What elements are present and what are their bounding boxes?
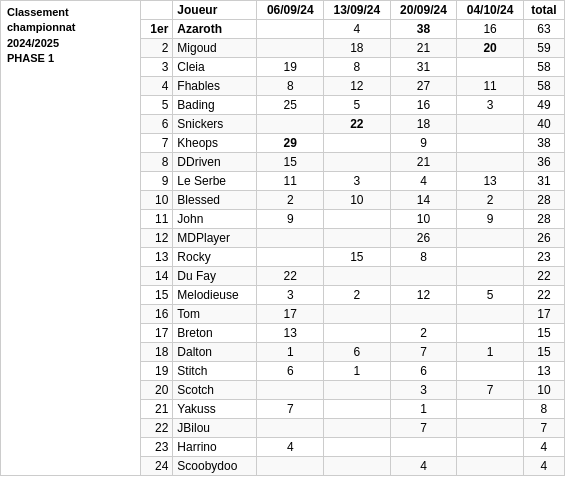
cell-joueur: Fhables [173,77,257,96]
cell-rank: 3 [141,58,173,77]
table-row: 6Snickers221840 [141,115,565,134]
cell-d1 [257,457,324,476]
cell-d2 [324,153,391,172]
cell-d4 [457,153,524,172]
cell-d3: 26 [390,229,457,248]
cell-d4 [457,419,524,438]
cell-d3: 14 [390,191,457,210]
cell-d2: 5 [324,96,391,115]
cell-rank: 1er [141,20,173,39]
table-row: 11John910928 [141,210,565,229]
cell-total: 10 [523,381,564,400]
cell-rank: 23 [141,438,173,457]
table-row: 3Cleia1983158 [141,58,565,77]
cell-d4: 16 [457,20,524,39]
cell-d3: 38 [390,20,457,39]
table-row: 20Scotch3710 [141,381,565,400]
cell-rank: 8 [141,153,173,172]
title-line2: championnat [7,21,75,33]
cell-d1: 29 [257,134,324,153]
cell-joueur: Melodieuse [173,286,257,305]
cell-d2 [324,267,391,286]
cell-joueur: Bading [173,96,257,115]
table-row: 9Le Serbe11341331 [141,172,565,191]
table-row: 19Stitch61613 [141,362,565,381]
cell-rank: 7 [141,134,173,153]
cell-d2: 15 [324,248,391,267]
cell-joueur: Scoobydoo [173,457,257,476]
cell-d2: 3 [324,172,391,191]
cell-total: 26 [523,229,564,248]
cell-d3 [390,438,457,457]
cell-total: 31 [523,172,564,191]
title-line1: Classement [7,6,69,18]
main-container: Classement championnat 2024/2025 PHASE 1… [0,0,565,476]
cell-d1: 3 [257,286,324,305]
standings-table: Joueur 06/09/24 13/09/24 20/09/24 04/10/… [140,0,565,476]
cell-d2 [324,229,391,248]
cell-joueur: Scotch [173,381,257,400]
table-row: 1erAzaroth4381663 [141,20,565,39]
table-row: 4Fhables812271158 [141,77,565,96]
cell-d4 [457,305,524,324]
cell-d1: 19 [257,58,324,77]
cell-d1 [257,229,324,248]
cell-d1: 13 [257,324,324,343]
cell-rank: 21 [141,400,173,419]
cell-d3: 16 [390,96,457,115]
cell-d2 [324,381,391,400]
table-row: 22JBilou77 [141,419,565,438]
cell-total: 7 [523,419,564,438]
cell-d1: 17 [257,305,324,324]
table-row: 14Du Fay2222 [141,267,565,286]
cell-d3 [390,305,457,324]
cell-joueur: Yakuss [173,400,257,419]
cell-d1: 9 [257,210,324,229]
cell-total: 4 [523,457,564,476]
col-d3: 20/09/24 [390,1,457,20]
cell-d4: 7 [457,381,524,400]
cell-d3: 18 [390,115,457,134]
cell-d3: 1 [390,400,457,419]
cell-joueur: Dalton [173,343,257,362]
cell-d1: 2 [257,191,324,210]
cell-joueur: Du Fay [173,267,257,286]
table-row: 10Blessed21014228 [141,191,565,210]
cell-total: 17 [523,305,564,324]
table-wrapper: Joueur 06/09/24 13/09/24 20/09/24 04/10/… [140,0,565,476]
cell-d4 [457,115,524,134]
cell-d1: 6 [257,362,324,381]
cell-d2: 6 [324,343,391,362]
cell-joueur: DDriven [173,153,257,172]
cell-d3: 10 [390,210,457,229]
cell-rank: 16 [141,305,173,324]
cell-d3 [390,267,457,286]
cell-d1: 11 [257,172,324,191]
col-total: total [523,1,564,20]
cell-joueur: Le Serbe [173,172,257,191]
table-row: 2Migoud18212059 [141,39,565,58]
cell-total: 4 [523,438,564,457]
cell-d3: 31 [390,58,457,77]
cell-d4 [457,362,524,381]
table-body: 1erAzaroth43816632Migoud182120593Cleia19… [141,20,565,476]
cell-total: 22 [523,286,564,305]
cell-d4 [457,400,524,419]
cell-rank: 5 [141,96,173,115]
cell-d2 [324,457,391,476]
cell-total: 22 [523,267,564,286]
cell-d1 [257,39,324,58]
cell-d4: 3 [457,96,524,115]
cell-d3: 9 [390,134,457,153]
cell-rank: 15 [141,286,173,305]
cell-joueur: Stitch [173,362,257,381]
cell-joueur: Snickers [173,115,257,134]
table-row: 15Melodieuse3212522 [141,286,565,305]
cell-d1: 22 [257,267,324,286]
cell-d1: 4 [257,438,324,457]
cell-d2: 8 [324,58,391,77]
cell-d2 [324,134,391,153]
cell-d4: 11 [457,77,524,96]
cell-rank: 2 [141,39,173,58]
cell-total: 15 [523,324,564,343]
